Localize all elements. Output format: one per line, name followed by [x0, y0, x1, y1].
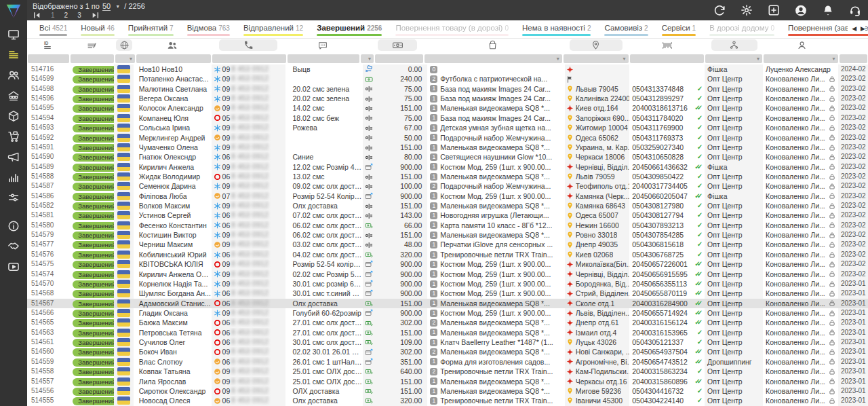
column-header-loc[interactable]	[563, 38, 629, 52]
page-number-1[interactable]: 1	[51, 12, 55, 19]
column-header-pay[interactable]	[359, 38, 373, 52]
filter-input-price[interactable]	[375, 54, 422, 63]
add-square-icon[interactable]	[768, 4, 780, 16]
order-row-514557[interactable]: 514557ЗавершенийЛила Ярослав098 453 0912…	[27, 377, 868, 386]
order-row-514587[interactable]: 514587ЗавершенийСеменюк Дарина098 453 09…	[27, 181, 868, 191]
column-header-ttn[interactable]	[629, 38, 705, 52]
order-row-514570[interactable]: 514570ЗавершенийКорнелюк Надія Та...098 …	[27, 279, 868, 289]
sidebar-item-clients[interactable]	[0, 65, 27, 86]
first-page-button[interactable]	[33, 11, 41, 20]
tab-Прийнятий[interactable]: Прийнятий7	[128, 24, 174, 36]
order-row-514560[interactable]: 514560ЗавершенийБокоч Иван098 453 091202…	[27, 347, 868, 356]
column-header-name[interactable]	[134, 38, 210, 52]
tab-Всі[interactable]: Всі4521	[39, 24, 67, 36]
order-row-514596[interactable]: 514596ЗавершенийВегера Оксана098 453 091…	[27, 94, 868, 103]
column-header-product[interactable]	[422, 38, 563, 52]
last-page-button[interactable]	[91, 11, 100, 20]
order-row-514599[interactable]: 514599ЗавершенийПотапенко Анастас...098 …	[27, 74, 868, 84]
column-header-status[interactable]	[69, 38, 114, 52]
column-header-comment[interactable]	[286, 38, 359, 52]
sidebar-item-marketing[interactable]	[0, 147, 27, 167]
tabs-scroll-left-icon[interactable]: ◀	[852, 25, 856, 32]
order-row-514591[interactable]: 514591ЗавершенийЧумаченко Олена098 453 0…	[27, 143, 868, 152]
column-header-phone[interactable]	[210, 38, 286, 52]
chevron-down-icon[interactable]: ▼	[115, 4, 120, 9]
order-row-514556[interactable]: 514556ЗавершенийСиротюк Олександр098 453…	[27, 386, 868, 396]
filter-input-mgr[interactable]: ▼	[705, 54, 762, 63]
per-page-select[interactable]: 50	[102, 2, 111, 11]
sidebar-item-settings[interactable]	[0, 187, 27, 208]
sidebar-item-dashboard[interactable]	[0, 24, 27, 45]
order-row-514576[interactable]: 514576ЗавершенийКобилинський Юрий068 453…	[27, 250, 868, 259]
app-logo[interactable]	[5, 2, 22, 20]
filter-input-date[interactable]	[840, 54, 867, 63]
tab-Новый[interactable]: Новый46	[81, 24, 115, 36]
filter-input-status[interactable]	[71, 54, 115, 63]
tab-Нема в наявності[interactable]: Нема в наявності2	[522, 24, 591, 36]
order-row-514579[interactable]: 514579ЗавершенийКостишин Виктор098 453 0…	[27, 230, 868, 240]
tab-Відмова[interactable]: Відмова763	[187, 24, 230, 36]
order-row-514592[interactable]: 514592ЗавершенийМерклингер Андрей098 453…	[27, 133, 868, 143]
order-row-514558[interactable]: 514558ЗавершенийКовпак Татьяна098 453 09…	[27, 367, 868, 376]
page-number-3[interactable]: 3	[77, 12, 81, 19]
order-row-514566[interactable]: 514566ЗавершенийГладик Оксана098 453 091…	[27, 308, 868, 318]
profile-avatar-icon[interactable]	[795, 4, 807, 16]
column-header-flag[interactable]	[114, 38, 134, 52]
order-row-514582[interactable]: 514582ЗавершенийВолков Максим098 453 091…	[27, 201, 868, 210]
refresh-icon[interactable]	[713, 4, 726, 16]
tab-Відправлений[interactable]: Відправлений12	[243, 24, 303, 36]
order-row-514555[interactable]: 514555ЗавершенийНовосад Олеся068 453 091…	[27, 396, 868, 405]
filter-input-comment[interactable]	[288, 54, 359, 63]
tab-В дорозі додому[interactable]: В дорозі додому0	[709, 24, 774, 36]
tab-Самовивіз[interactable]: Самовивіз2	[604, 24, 648, 36]
order-row-514577[interactable]: 514577ЗавершенийЧерниш Максим098 453 091…	[27, 240, 868, 249]
tab-Завершений[interactable]: Завершений2256	[317, 24, 382, 36]
filter-input-id[interactable]	[28, 54, 69, 63]
order-row-514575[interactable]: 514575ЗавершенийКВІТОВСЬКА ЮЛІЯ098 453 0…	[27, 259, 868, 269]
filter-input-client[interactable]: ▼	[764, 54, 837, 63]
order-row-514581[interactable]: 514581ЗавершенийУстинов Сергей068 453 09…	[27, 210, 868, 220]
order-row-514559[interactable]: 514559ЗавершенийВлас Слотюу068 453 09122…	[27, 357, 868, 367]
sidebar-item-orders[interactable]	[0, 45, 27, 65]
filter-input-loc[interactable]: ▼	[564, 54, 629, 63]
sidebar-item-statistics[interactable]	[0, 167, 27, 187]
sidebar-item-partners[interactable]	[0, 236, 27, 257]
order-row-514589[interactable]: 514589ЗавершенийКирилич Анжела098 453 09…	[27, 162, 868, 172]
column-header-client[interactable]	[764, 38, 840, 52]
order-row-514568[interactable]: 514568ЗавершенийШумляс Богдана Ан...068 …	[27, 289, 868, 298]
order-row-514580[interactable]: 514580ЗавершенийФесенко Константин068 45…	[27, 221, 868, 230]
order-row-514561[interactable]: 514561ЗавершенийСучилов Олег068 453 0912…	[27, 337, 868, 347]
tabs-scroll-right-icon[interactable]: ▶	[861, 25, 865, 32]
column-header-price[interactable]	[373, 38, 422, 52]
filter-input-flag[interactable]: ▼	[115, 54, 135, 63]
sidebar-item-tutorials[interactable]	[0, 257, 27, 277]
column-header-mgr[interactable]	[705, 38, 764, 52]
sidebar-item-procurement[interactable]	[0, 126, 27, 147]
order-row-514588[interactable]: 514588ЗавершенийЖидак Володимир068 453 0…	[27, 172, 868, 181]
filter-input-name[interactable]	[136, 54, 210, 63]
order-row-514563[interactable]: 514563ЗавершенийПетровська Тетяна068 453…	[27, 328, 868, 337]
order-row-514567[interactable]: 514567ЗавершенийАдамовский Станис...068 …	[27, 299, 868, 308]
settings-gear-icon[interactable]	[741, 4, 753, 16]
sidebar-item-info[interactable]	[0, 216, 27, 236]
filter-input-pay[interactable]: ▼	[361, 54, 374, 63]
order-row-514586[interactable]: 514586ЗавершенийФіліпова Люба078 453 091…	[27, 191, 868, 201]
sidebar-item-products[interactable]	[0, 106, 27, 126]
order-row-514598[interactable]: 514598ЗавершенийМалютина Светлана098 453…	[27, 84, 868, 94]
sidebar-item-company[interactable]	[0, 86, 27, 106]
order-row-514574[interactable]: 514574ЗавершенийКирилич Анжела Ол...098 …	[27, 270, 868, 279]
filter-input-phone[interactable]	[212, 54, 286, 63]
filter-input-product[interactable]: ▼	[425, 54, 562, 63]
order-row-514565[interactable]: 514565ЗавершенийБаюка Максим068 453 0912…	[27, 318, 868, 327]
order-row-514590[interactable]: 514590ЗавершенийГнатюк Олексндр068 453 0…	[27, 152, 868, 162]
column-header-id[interactable]: ID	[27, 38, 69, 52]
order-row-514716[interactable]: 514716ЗавершенийНов10 Нов10098 453 0912В…	[27, 64, 868, 74]
support-headset-icon[interactable]	[849, 4, 861, 16]
order-row-514593[interactable]: 514593ЗавершенийСольська Ірина098 453 09…	[27, 123, 868, 132]
filter-input-ttn[interactable]	[630, 54, 704, 63]
tab-Сервіси[interactable]: Сервіси1	[662, 24, 696, 36]
tab-Повернення товару (в дорозі)[interactable]: Повернення товару (в дорозі)0	[395, 24, 509, 36]
column-header-date[interactable]	[840, 38, 868, 52]
order-row-514594[interactable]: 514594ЗавершенийКомпанец Юля058 453 0912…	[27, 113, 868, 123]
order-row-514595[interactable]: 514595ЗавершенийКолосок Александр098 453…	[27, 103, 868, 113]
